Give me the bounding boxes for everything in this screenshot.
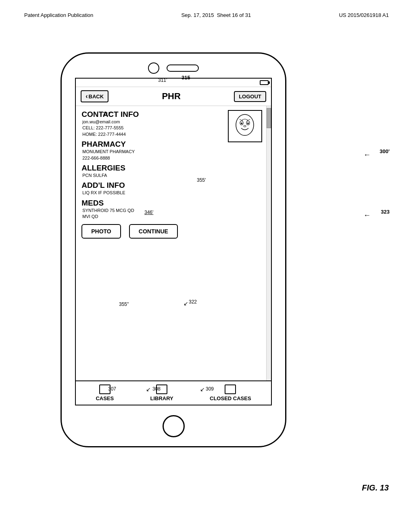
- allergies-section: ALLERGIES PCN SULFA: [81, 164, 261, 179]
- ref-346: 346': [144, 210, 153, 215]
- phone-top-hardware: [62, 54, 285, 78]
- ref-322: 322: [189, 299, 197, 305]
- meds-section: MEDS SYNTHROID 75 MCG QD MVI QD: [81, 199, 261, 220]
- arrow-322: ↙: [184, 300, 188, 307]
- ref-323: 323: [381, 209, 390, 215]
- scroll-thumb: [267, 108, 271, 128]
- phone-camera: [148, 62, 159, 74]
- svg-point-4: [247, 123, 249, 124]
- addl-info-detail: LIQ RX IF POSSIBLE: [81, 190, 261, 196]
- meds-title: MEDS: [81, 199, 261, 208]
- photo-button[interactable]: PHOTO: [81, 224, 121, 239]
- patent-header: Patent Application Publication Sep. 17, …: [24, 12, 389, 18]
- closed-cases-label: CLOSED CASES: [210, 395, 251, 401]
- logout-button[interactable]: LOGOUT: [234, 91, 266, 102]
- allergies-title: ALLERGIES: [81, 164, 261, 172]
- library-label: LIBRARY: [150, 395, 173, 401]
- scroll-bar[interactable]: [266, 106, 271, 380]
- header-middle: Sep. 17, 2015 Sheet 16 of 31: [181, 12, 251, 18]
- pharmacy-name: MONUMENT PHARMACY: [81, 149, 261, 155]
- ref-355a: 355': [197, 177, 206, 183]
- action-buttons: PHOTO CONTINUE: [81, 224, 261, 239]
- closed-cases-icon: [225, 384, 236, 394]
- arrow-309: ↙: [200, 386, 205, 393]
- tab-bar: CASES LIBRARY CLOSED CASES: [76, 380, 271, 405]
- ref-317: 317': [103, 111, 112, 117]
- svg-point-0: [236, 114, 254, 135]
- ref-300: 300': [380, 148, 390, 154]
- phone-screen: BACK PHR LOGOUT CONTACT INFO jon.wu@emai…: [75, 78, 272, 405]
- content-area: CONTACT INFO jon.wu@email.com CELL: 222-…: [76, 106, 271, 380]
- face-svg: [231, 112, 259, 140]
- phone-bottom: [62, 409, 285, 446]
- continue-button[interactable]: CONTINUE: [129, 224, 178, 239]
- ref-308: 308: [152, 386, 161, 392]
- arrow-323: ←: [363, 211, 371, 220]
- tab-closed-cases[interactable]: CLOSED CASES: [210, 384, 251, 401]
- cases-label: CASES: [96, 395, 114, 401]
- pharmacy-section: PHARMACY MONUMENT PHARMACY 222-666-8888: [81, 140, 261, 161]
- nav-bar: BACK PHR LOGOUT: [76, 87, 271, 106]
- phone-speaker: [167, 64, 199, 72]
- svg-point-5: [244, 125, 246, 127]
- back-button[interactable]: BACK: [81, 90, 108, 102]
- arrow-300: ←: [363, 151, 371, 159]
- meds-med1: SYNTHROID 75 MCG QD: [81, 208, 261, 214]
- phone-device: BACK PHR LOGOUT CONTACT INFO jon.wu@emai…: [60, 52, 286, 447]
- home-button[interactable]: [163, 415, 185, 437]
- meds-med2: MVI QD: [81, 214, 261, 220]
- fig-label: FIG. 13: [362, 483, 389, 493]
- pharmacy-phone: 222-666-8888: [81, 155, 261, 161]
- nav-title: PHR: [162, 91, 180, 102]
- header-left: Patent Application Publication: [24, 12, 93, 18]
- content-main: CONTACT INFO jon.wu@email.com CELL: 222-…: [76, 106, 266, 380]
- ref-315: 315: [181, 75, 190, 81]
- header-right: US 2015/0261918 A1: [339, 12, 389, 18]
- ref-307: 307: [108, 386, 116, 392]
- face-photo: [228, 110, 262, 142]
- status-bar: [76, 79, 271, 87]
- addl-info-section: ADD'L INFO LIQ RX IF POSSIBLE: [81, 181, 261, 196]
- svg-point-3: [241, 123, 242, 124]
- allergies-detail: PCN SULFA: [81, 172, 261, 179]
- arrow-308: ↙: [146, 386, 151, 393]
- ref-309: 309: [206, 386, 214, 392]
- addl-info-title: ADD'L INFO: [81, 181, 261, 190]
- battery-icon: [260, 80, 269, 85]
- ref-355b: 355": [119, 301, 129, 307]
- ref-311: 311': [158, 77, 167, 83]
